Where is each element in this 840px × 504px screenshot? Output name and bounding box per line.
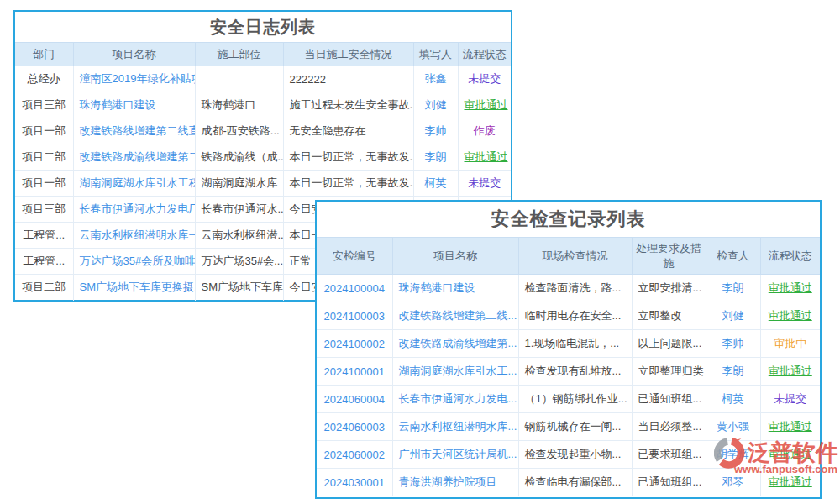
safety-inspection-panel: 安全检查记录列表 安检编号 项目名称 现场检查情况 处理要求及措施 检查人 流程… [315, 200, 822, 499]
safety-inspection-row: 2024030001 青海洪湖养护院项目 检查临电有漏保部... 已通知班组..… [317, 469, 820, 496]
inspector-link[interactable]: 刘健 [706, 302, 760, 330]
project-name-link[interactable]: 改建铁路线增建第二线... [392, 302, 518, 330]
project-name-link[interactable]: 云南水利枢纽潜明水库... [392, 413, 518, 441]
dept-cell: 总经办 [15, 66, 73, 92]
inspector-link[interactable]: 李朗 [706, 358, 760, 386]
safety-inspection-table: 安检编号 项目名称 现场检查情况 处理要求及措施 检查人 流程状态 202410… [317, 237, 820, 496]
construction-site-cell: SM广场地下车库 [195, 275, 283, 301]
writer-link[interactable]: 张鑫 [413, 66, 458, 92]
project-name-link[interactable]: 改建铁路成渝线增建第... [392, 330, 518, 358]
daily-safety-cell: 施工过程未发生安全事故... [283, 92, 413, 118]
project-name-link[interactable]: 改建铁路线增建第二线直... [73, 118, 195, 144]
flow-status: 作废 [458, 118, 511, 144]
site-inspection-cell: （1）钢筋绑扎作业... [518, 386, 632, 413]
flow-status: 未提交 [458, 66, 511, 92]
safety-inspection-header-row: 安检编号 项目名称 现场检查情况 处理要求及措施 检查人 流程状态 [317, 238, 820, 275]
project-name-link[interactable]: 云南水利枢纽潜明水库一... [73, 223, 195, 249]
site-inspection-cell: 钢筋机械存在一闸... [518, 413, 632, 441]
project-name-link[interactable]: 青海洪湖养护院项目 [392, 469, 518, 496]
inspection-no-link[interactable]: 2024060004 [317, 386, 392, 413]
project-name-link[interactable]: 湖南洞庭湖水库引水工程... [73, 171, 195, 197]
site-inspection-cell: 1.现场临电混乱，... [518, 330, 632, 358]
writer-link[interactable]: 刘健 [413, 92, 458, 118]
inspector-link[interactable]: 胡学辉 [706, 441, 760, 469]
inspector-link[interactable]: 李朗 [706, 275, 760, 302]
inspection-no-link[interactable]: 2024060002 [317, 441, 392, 469]
dept-cell: 项目一部 [15, 118, 73, 144]
inspector-link[interactable]: 邓琴 [706, 469, 760, 496]
safety-inspection-row: 2024100004 珠海鹤港口建设 检查路面清洗，路... 立即安排清... … [317, 275, 820, 302]
safety-log-row: 项目二部 改建铁路成渝线增建第二... 铁路成渝线（成... 本日一切正常，无事… [15, 144, 511, 171]
dept-cell: 项目二部 [15, 275, 73, 301]
safety-log-row: 项目一部 改建铁路线增建第二线直... 成都-西安铁路... 无安全隐患存在 李… [15, 118, 511, 144]
flow-status[interactable]: 审批通过 [760, 358, 820, 386]
project-name-link[interactable]: 珠海鹤港口建设 [392, 275, 518, 302]
site-inspection-cell: 临时用电存在安全... [518, 302, 632, 330]
inspection-no-link[interactable]: 2024100004 [317, 275, 392, 302]
project-name-link[interactable]: 万达广场35#会所及咖啡... [73, 249, 195, 275]
project-name-link[interactable]: 广州市天河区统计局机... [392, 441, 518, 469]
writer-link[interactable]: 李帅 [413, 118, 458, 144]
measures-cell: 已要求班组... [632, 441, 706, 469]
flow-status[interactable]: 审批通过 [458, 92, 511, 118]
col-header-daily-safety: 当日施工安全情况 [283, 43, 413, 66]
safety-log-row: 项目三部 珠海鹤港口建设 珠海鹤港口 施工过程未发生安全事故... 刘健 审批通… [15, 92, 511, 118]
writer-link[interactable]: 李朗 [413, 144, 458, 171]
flow-status[interactable]: 审批通过 [760, 441, 820, 469]
col-header-project-name: 项目名称 [73, 43, 195, 66]
flow-status[interactable]: 审批通过 [760, 413, 820, 441]
safety-inspection-title: 安全检查记录列表 [317, 202, 820, 237]
inspection-no-link[interactable]: 2024030001 [317, 469, 392, 496]
inspector-link[interactable]: 柯英 [706, 386, 760, 413]
col-header-project-name: 项目名称 [392, 238, 518, 275]
flow-status[interactable]: 审批通过 [760, 469, 820, 496]
col-header-measures: 处理要求及措施 [632, 238, 706, 275]
col-header-writer: 填写人 [413, 43, 458, 66]
flow-status[interactable]: 审批通过 [760, 302, 820, 330]
writer-link[interactable]: 柯英 [413, 171, 458, 197]
project-name-link[interactable]: 珠海鹤港口建设 [73, 92, 195, 118]
inspection-no-link[interactable]: 2024100003 [317, 302, 392, 330]
flow-status[interactable]: 审批通过 [760, 275, 820, 302]
site-inspection-cell: 检查发现起重小物... [518, 441, 632, 469]
col-header-flow-status: 流程状态 [760, 238, 820, 275]
inspector-link[interactable]: 李帅 [706, 330, 760, 358]
flow-status[interactable]: 审批通过 [458, 144, 511, 171]
col-header-inspector: 检查人 [706, 238, 760, 275]
project-name-link[interactable]: SM广场地下车库更换摄... [73, 275, 195, 301]
safety-log-title: 安全日志列表 [15, 12, 511, 42]
safety-inspection-row: 2024060003 云南水利枢纽潜明水库... 钢筋机械存在一闸... 当日必… [317, 413, 820, 441]
construction-site-cell: 云南水利枢纽潜... [195, 223, 283, 249]
construction-site-cell: 成都-西安铁路... [195, 118, 283, 144]
col-header-construction-site: 施工部位 [195, 43, 283, 66]
col-header-dept: 部门 [15, 43, 73, 66]
measures-cell: 立即整改 [632, 302, 706, 330]
construction-site-cell: 湖南洞庭湖水库 [195, 171, 283, 197]
dept-cell: 项目一部 [15, 171, 73, 197]
flow-status: 审批中 [760, 330, 820, 358]
safety-inspection-row: 2024100002 改建铁路成渝线增建第... 1.现场临电混乱，... 以上… [317, 330, 820, 358]
dept-cell: 项目三部 [15, 92, 73, 118]
inspection-no-link[interactable]: 2024100002 [317, 330, 392, 358]
project-name-link[interactable]: 长春市伊通河水力发电... [392, 386, 518, 413]
safety-inspection-row: 2024060004 长春市伊通河水力发电... （1）钢筋绑扎作业... 已通… [317, 386, 820, 413]
construction-site-cell: 长春市伊通河水... [195, 197, 283, 223]
safety-log-row: 总经办 潼南区2019年绿化补贴项... 222222 张鑫 未提交 [15, 66, 511, 92]
project-name-link[interactable]: 改建铁路成渝线增建第二... [73, 144, 195, 171]
measures-cell: 立即整理归类 [632, 358, 706, 386]
construction-site-cell: 珠海鹤港口 [195, 92, 283, 118]
project-name-link[interactable]: 长春市伊通河水力发电厂... [73, 197, 195, 223]
safety-inspection-row: 2024100001 湖南洞庭湖水库引水工... 检查发现有乱堆放... 立即整… [317, 358, 820, 386]
inspection-no-link[interactable]: 2024060003 [317, 413, 392, 441]
safety-inspection-row: 2024060002 广州市天河区统计局机... 检查发现起重小物... 已要求… [317, 441, 820, 469]
site-inspection-cell: 检查路面清洗，路... [518, 275, 632, 302]
inspector-link[interactable]: 黄小强 [706, 413, 760, 441]
safety-inspection-row: 2024100003 改建铁路线增建第二线... 临时用电存在安全... 立即整… [317, 302, 820, 330]
site-inspection-cell: 检查临电有漏保部... [518, 469, 632, 496]
col-header-inspection-no: 安检编号 [317, 238, 392, 275]
project-name-link[interactable]: 湖南洞庭湖水库引水工... [392, 358, 518, 386]
measures-cell: 已通知班组... [632, 469, 706, 496]
inspection-no-link[interactable]: 2024100001 [317, 358, 392, 386]
project-name-link[interactable]: 潼南区2019年绿化补贴项... [73, 66, 195, 92]
construction-site-cell: 万达广场35#会... [195, 249, 283, 275]
